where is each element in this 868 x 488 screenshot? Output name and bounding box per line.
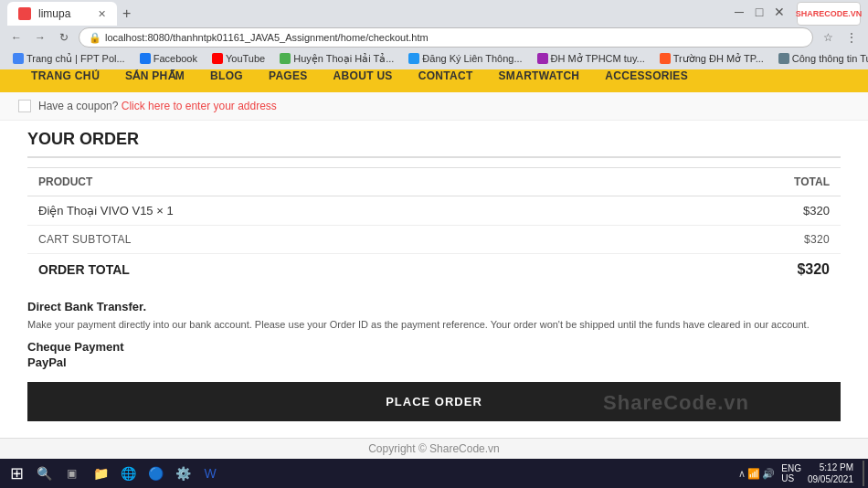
settings-app[interactable]: ⚙️ <box>170 461 196 486</box>
chrome-app[interactable]: 🔵 <box>143 461 168 486</box>
bookmark-label: ĐH Mở TPHCM tuy... <box>551 53 645 65</box>
main-container: YOUR ORDER PRODUCT TOTAL Điện Thoại VIVO… <box>0 121 868 438</box>
refresh-button[interactable]: ↻ <box>55 28 73 47</box>
forward-button[interactable]: → <box>31 28 49 47</box>
bookmark-fpt[interactable]: Trang chủ | FPT Pol... <box>7 51 131 67</box>
bookmark-favicon <box>140 53 151 64</box>
bookmark-label: Đăng Ký Liên Thông... <box>422 53 522 64</box>
url-text: localhost:8080/thanhntpk01161_JAVA5_Assi… <box>105 32 429 43</box>
bookmark-label: Công thông tin Tuy... <box>792 53 868 64</box>
edge-app[interactable]: 🌐 <box>115 461 141 486</box>
total-label: ORDER TOTAL <box>27 254 622 286</box>
bookmark-facebook[interactable]: Facebook <box>134 51 203 66</box>
bookmark-favicon <box>537 53 548 64</box>
network-icon[interactable]: 📶 <box>747 468 760 480</box>
start-button[interactable]: ⊞ <box>4 461 29 486</box>
minimize-button[interactable]: ─ <box>731 4 747 20</box>
place-order-button[interactable]: PLACE ORDER <box>27 382 841 421</box>
paypal-label: PayPal <box>27 355 841 369</box>
bookmark-favicon <box>280 53 291 64</box>
bookmark-favicon <box>408 53 419 64</box>
bookmark-truongdhmo[interactable]: Trường ĐH Mở TP... <box>654 51 769 67</box>
tab-title: limupa <box>38 7 70 20</box>
subtotal-label: CART SUBTOTAL <box>27 226 622 254</box>
taskbar-datetime: 5:12 PM 09/05/2021 <box>808 461 853 485</box>
volume-icon[interactable]: 🔊 <box>762 468 775 480</box>
subtotal-row: CART SUBTOTAL $320 <box>27 226 841 254</box>
tab-close-button[interactable]: ✕ <box>98 8 106 20</box>
bookmark-dangky[interactable]: Đăng Ký Liên Thông... <box>403 51 527 66</box>
taskbar: ⊞ 🔍 ▣ 📁 🌐 🔵 ⚙️ W ∧ 📶 🔊 ENG US 5:12 PM 09… <box>0 459 868 488</box>
taskbar-tray: ∧ 📶 🔊 <box>738 468 775 480</box>
bookmark-favicon <box>778 53 789 64</box>
coupon-checkbox[interactable] <box>18 100 31 112</box>
logo-text: SHARECODE.VN <box>796 9 863 18</box>
taskbar-start: ⊞ 🔍 ▣ <box>4 461 84 486</box>
total-header: TOTAL <box>622 168 841 196</box>
bookmark-dhmotphcm[interactable]: ĐH Mở TPHCM tuy... <box>532 51 651 67</box>
browser-tab[interactable]: limupa ✕ <box>7 2 117 26</box>
product-name: Điện Thoại VIVO V15 × 1 <box>27 196 622 226</box>
tray-arrow[interactable]: ∧ <box>738 468 746 480</box>
product-header: PRODUCT <box>27 168 622 196</box>
sharecode-logo: SHARECODE.VN <box>797 2 861 26</box>
search-button[interactable]: 🔍 <box>31 461 57 486</box>
bookmark-label: YouTube <box>226 53 265 64</box>
total-row: ORDER TOTAL $320 <box>27 254 841 286</box>
bookmark-label: Huyện Thoại Hải Tả... <box>293 53 394 65</box>
coupon-link[interactable]: Click here to enter your address <box>122 100 277 112</box>
product-price: $320 <box>622 196 841 226</box>
bookmark-favicon <box>13 53 24 64</box>
browser-controls: ← → ↻ 🔒 localhost:8080/thanhntpk01161_JA… <box>0 27 868 48</box>
taskbar-apps: 📁 🌐 🔵 ⚙️ W <box>88 461 223 486</box>
bookmark-favicon <box>212 53 223 64</box>
close-button[interactable]: ✕ <box>771 4 788 20</box>
payment-section: Direct Bank Transfer. Make your payment … <box>27 300 841 369</box>
lang-indicator: ENG US <box>778 461 804 485</box>
subtotal-value: $320 <box>622 226 841 254</box>
direct-bank-desc: Make your payment directly into our bank… <box>27 317 841 333</box>
settings-button[interactable]: ⋮ <box>842 28 861 47</box>
maximize-button[interactable]: □ <box>751 4 767 20</box>
coupon-text: Have a coupon? Click here to enter your … <box>38 100 277 112</box>
new-tab-button[interactable]: + <box>122 5 131 22</box>
window-controls: ─ □ ✕ <box>731 4 788 20</box>
explorer-app[interactable]: 📁 <box>88 461 113 486</box>
coupon-bar: Have a coupon? Click here to enter your … <box>0 92 868 121</box>
bookmark-congttin[interactable]: Công thông tin Tuy... <box>773 51 868 66</box>
task-view-button[interactable]: ▣ <box>58 461 84 486</box>
direct-bank-title: Direct Bank Transfer. <box>27 300 841 313</box>
page-content: TRANG CHỦ SẢN PHẨM BLOG PAGES ABOUT US C… <box>0 59 868 459</box>
bookmark-huyenthoai[interactable]: Huyện Thoại Hải Tả... <box>274 51 399 67</box>
taskbar-right: ∧ 📶 🔊 ENG US 5:12 PM 09/05/2021 <box>738 461 864 486</box>
word-app[interactable]: W <box>197 461 223 486</box>
order-title: YOUR ORDER <box>27 130 841 158</box>
bookmark-favicon <box>660 53 671 64</box>
bookmark-label: Trường ĐH Mở TP... <box>673 53 764 65</box>
bookmark-label: Facebook <box>153 53 197 64</box>
bookmark-youtube[interactable]: YouTube <box>206 51 270 66</box>
show-desktop-button[interactable] <box>861 461 864 486</box>
order-table: PRODUCT TOTAL Điện Thoại VIVO V15 × 1 $3… <box>27 167 841 285</box>
bookmark-label: Trang chủ | FPT Pol... <box>26 53 125 65</box>
footer-copyright: Copyright © ShareCode.vn <box>0 438 868 459</box>
table-row: Điện Thoại VIVO V15 × 1 $320 <box>27 196 841 226</box>
tab-favicon <box>18 7 31 20</box>
total-value: $320 <box>622 254 841 286</box>
back-button[interactable]: ← <box>7 28 26 47</box>
bookmark-button[interactable]: ☆ <box>819 28 837 47</box>
bookmark-bar: Trang chủ | FPT Pol... Facebook YouTube … <box>0 48 868 69</box>
address-bar[interactable]: 🔒 localhost:8080/thanhntpk01161_JAVA5_As… <box>79 27 813 48</box>
cheque-payment-label: Cheque Payment <box>27 340 841 354</box>
